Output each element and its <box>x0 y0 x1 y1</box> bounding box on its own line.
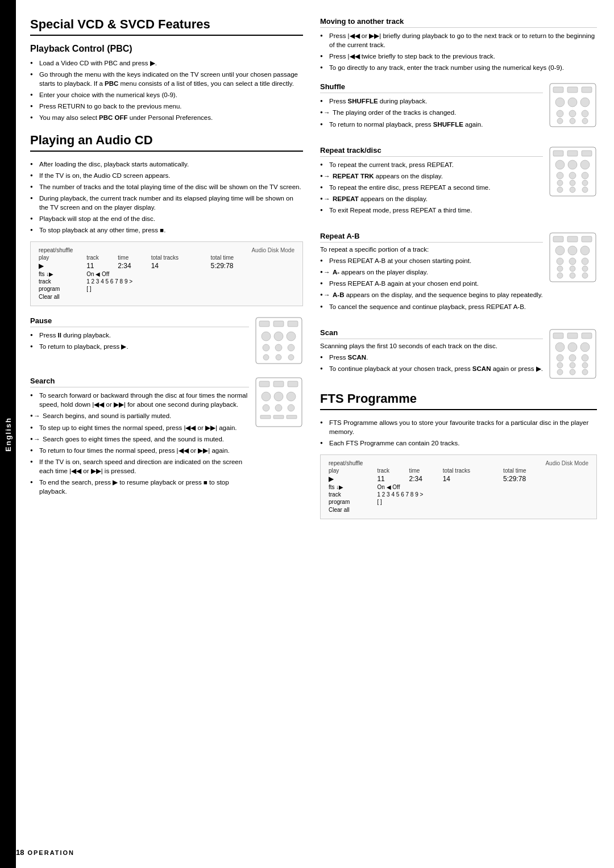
remote-svg-scan <box>549 328 597 379</box>
svg-point-83 <box>582 362 588 368</box>
special-vcd-title: Special VCD & SVCD Features <box>30 17 303 36</box>
track-numbers: 1 2 3 4 5 6 7 8 9 > <box>84 278 297 285</box>
section-fts: FTS Programme FTS Programme allows you t… <box>320 391 597 519</box>
pause-heading: Pause <box>30 316 249 327</box>
remote-shuffle <box>549 82 597 130</box>
list-item: To end the search, press ▶ to resume pla… <box>30 478 249 496</box>
svg-point-69 <box>570 273 575 278</box>
fts-program-label: program <box>326 498 375 506</box>
svg-point-65 <box>557 266 563 272</box>
audio-cd-title: Playing an Audio CD <box>30 133 303 152</box>
svg-rect-41 <box>567 151 578 156</box>
list-item: Go through the menu with the keys indica… <box>30 70 303 88</box>
remote-scan <box>549 328 597 381</box>
list-item: To stop playback at any other time, pres… <box>30 226 303 235</box>
svg-rect-1 <box>259 321 269 327</box>
svg-rect-73 <box>567 333 578 339</box>
list-item: FTS Programme allows you to store your f… <box>320 418 597 436</box>
list-item: To repeat the entire disc, press REPEAT … <box>320 183 543 192</box>
svg-point-51 <box>582 180 588 186</box>
pbc-heading: Playback Control (PBC) <box>30 44 303 54</box>
svg-point-59 <box>555 246 565 255</box>
section-shuffle: Shuffle Press SHUFFLE during playback. →… <box>320 82 597 135</box>
fts-repeat-shuffle-label: repeat/shuffle <box>326 460 501 467</box>
svg-point-31 <box>568 98 577 107</box>
list-item: Press REPEAT A-B at your chosen starting… <box>320 256 543 265</box>
fts-on-off: On ◀ Off <box>375 483 591 491</box>
svg-rect-27 <box>553 87 563 93</box>
left-column: Special VCD & SVCD Features Playback Con… <box>30 17 303 851</box>
list-item: →A- appears on the player display. <box>320 268 543 277</box>
section-moving-track: Moving to another track Press |◀◀ or ▶▶|… <box>320 17 597 72</box>
repeat-track-text: Repeat track/disc To repeat the current … <box>320 146 543 222</box>
svg-point-43 <box>555 160 565 169</box>
shuffle-list: Press SHUFFLE during playback. →The play… <box>320 97 543 128</box>
svg-point-79 <box>569 354 576 361</box>
fts-col-play-header: play <box>326 467 375 474</box>
clear-all-label: Clear all <box>36 293 297 301</box>
list-item: Press SCAN. <box>320 353 543 362</box>
scan-text: Scan Scanning plays the first 10 seconds… <box>320 328 543 380</box>
col-total-tracks-header: total tracks <box>149 254 209 261</box>
svg-point-18 <box>274 392 283 401</box>
svg-rect-25 <box>287 415 297 419</box>
svg-rect-74 <box>582 333 592 339</box>
svg-point-75 <box>555 343 565 352</box>
svg-point-78 <box>557 354 563 361</box>
col-play-header: play <box>36 254 84 261</box>
fts-title: FTS Programme <box>320 391 597 410</box>
list-item: Press |◀◀ twice briefly to step back to … <box>320 52 597 61</box>
svg-point-36 <box>557 118 563 124</box>
list-item: During playback, the current track numbe… <box>30 194 303 212</box>
scan-list: Press SCAN. To continue playback at your… <box>320 353 543 373</box>
remote-repeat-ab <box>549 232 597 285</box>
svg-point-60 <box>568 246 577 255</box>
list-item: Press RETURN to go back to the previous … <box>30 102 303 111</box>
section-pause: Pause Press II during playback. To retur… <box>30 316 303 366</box>
svg-point-86 <box>582 369 588 375</box>
section-repeat-track: Repeat track/disc To repeat the current … <box>320 146 597 222</box>
svg-point-12 <box>288 354 294 360</box>
svg-rect-14 <box>259 381 269 387</box>
svg-point-84 <box>557 369 563 375</box>
list-item: →REPEAT appears on the display. <box>320 194 543 203</box>
svg-point-70 <box>582 273 588 278</box>
list-item: Press II during playback. <box>30 331 249 340</box>
footer: 18 OPERATION <box>16 848 74 857</box>
total-time-value: 5:29:78 <box>209 261 297 270</box>
pbc-section: Playback Control (PBC) Load a Video CD w… <box>30 44 303 123</box>
list-item: To continue playback at your chosen trac… <box>320 364 543 373</box>
svg-point-46 <box>557 172 563 179</box>
svg-point-20 <box>263 404 269 411</box>
remote-svg-repeat-track <box>549 146 597 197</box>
svg-rect-56 <box>553 236 563 242</box>
remote-svg-shuffle <box>549 82 597 128</box>
player-display-2: repeat/shuffle Audio Disk Mode play trac… <box>320 454 597 519</box>
col-time-header: time <box>115 254 148 261</box>
section-special-vcd: Special VCD & SVCD Features Playback Con… <box>30 17 303 123</box>
remote-svg-pause <box>255 316 303 365</box>
track-label-display: track <box>36 278 84 285</box>
fts-col-track-header: track <box>375 467 406 474</box>
svg-point-22 <box>288 404 294 411</box>
fts-list: FTS Programme allows you to store your f… <box>320 418 597 448</box>
fts-track-numbers: 1 2 3 4 5 6 7 8 9 > <box>375 491 591 498</box>
fts-total-tracks-value: 14 <box>441 474 501 483</box>
svg-rect-58 <box>582 236 592 242</box>
shuffle-heading: Shuffle <box>320 82 543 93</box>
svg-rect-16 <box>288 381 298 387</box>
svg-point-7 <box>263 344 269 351</box>
on-off-label: On ◀ Off <box>84 270 297 278</box>
remote-pause <box>255 316 303 366</box>
svg-point-67 <box>582 266 588 272</box>
svg-rect-42 <box>582 151 592 156</box>
svg-point-45 <box>580 160 590 169</box>
remote-svg-repeat-ab <box>549 232 597 283</box>
svg-point-61 <box>580 246 590 255</box>
section-label: OPERATION <box>27 849 74 856</box>
list-item: You may also select PBC OFF under Person… <box>30 113 303 122</box>
svg-point-66 <box>570 266 575 272</box>
svg-point-81 <box>557 362 563 368</box>
repeat-ab-intro: To repeat a specific portion of a track: <box>320 246 543 253</box>
fts-audio-disk-mode: Audio Disk Mode <box>501 460 591 467</box>
